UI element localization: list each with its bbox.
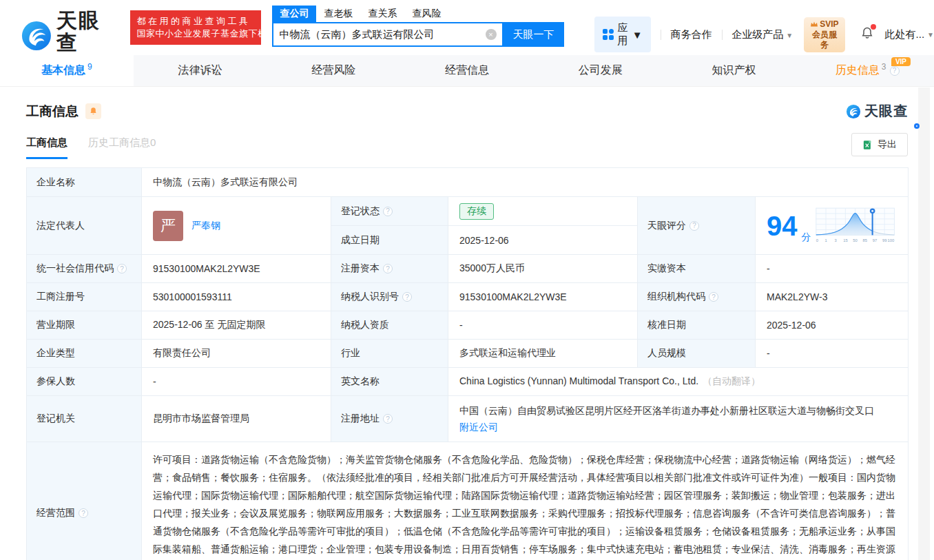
search-button[interactable]: 天眼一下 bbox=[504, 22, 564, 47]
table-row: 参保人数 - 英文名称 China Logistics (Yunnan) Mul… bbox=[27, 368, 909, 396]
monitor-bell-button[interactable] bbox=[85, 103, 101, 119]
svg-text:50: 50 bbox=[853, 238, 858, 242]
section-title: 工商信息 bbox=[26, 103, 79, 121]
field-label: 登记状态 bbox=[331, 197, 448, 226]
org-code-value: MAK2L2YW-3 bbox=[756, 283, 909, 311]
help-icon[interactable] bbox=[709, 292, 718, 302]
help-icon[interactable] bbox=[383, 264, 393, 273]
tab-intellectual-property[interactable]: 知识产权 bbox=[667, 55, 801, 86]
notification-bell-button[interactable] bbox=[860, 26, 874, 43]
apps-grid-icon bbox=[603, 29, 614, 40]
subtab-history-business-info[interactable]: 历史工商信息0 bbox=[88, 136, 156, 159]
tab-operating-info[interactable]: 经营信息 bbox=[400, 55, 534, 86]
tab-operating-risk[interactable]: 经营风险 bbox=[267, 55, 400, 86]
business-term-value: 2025-12-06 至 无固定期限 bbox=[142, 311, 331, 340]
paid-capital-value: - bbox=[756, 255, 909, 283]
table-row: 经营范围 许可项目：道路货物运输（不含危险货物）；海关监管货物仓储服务（不含危险… bbox=[27, 442, 909, 560]
field-label-text: 纳税人识别号 bbox=[341, 291, 399, 303]
field-label-text: 登记状态 bbox=[341, 205, 380, 218]
tab-history-info[interactable]: VIP 历史信息3 bbox=[800, 55, 934, 86]
field-label: 登记机关 bbox=[27, 396, 142, 442]
field-label-text: 组织机构代码 bbox=[647, 291, 705, 303]
taxpayer-id-value: 91530100MAK2L2YW3E bbox=[448, 283, 638, 311]
score-value: 94 bbox=[767, 212, 798, 240]
legal-rep-link[interactable]: 严奉钢 bbox=[191, 220, 220, 232]
field-label: 英文名称 bbox=[331, 368, 448, 396]
tianyancha-logo[interactable]: 天眼查 TianYanCha.com bbox=[21, 10, 122, 62]
field-label-text: 天眼评分 bbox=[647, 220, 686, 232]
svip-member-button[interactable]: SVIP 会员服务 bbox=[804, 17, 844, 52]
table-row: 法定代表人 严 严奉钢 登记状态 存续 天眼评分 94 分 bbox=[27, 197, 909, 226]
search-tab-boss[interactable]: 查老板 bbox=[316, 6, 360, 22]
nav-enterprise[interactable]: 企业级产品▼ bbox=[731, 28, 793, 41]
bell-icon bbox=[89, 107, 98, 116]
search-area: 查公司 查老板 查关系 查风险 天眼一下 bbox=[272, 6, 563, 47]
field-label: 注册地址 bbox=[331, 396, 448, 442]
help-icon[interactable] bbox=[117, 264, 127, 273]
table-row: 登记机关 昆明市市场监督管理局 注册地址 中国（云南）自由贸易试验区昆明片区经开… bbox=[27, 396, 909, 442]
field-label: 法定代表人 bbox=[27, 197, 142, 255]
insured-value: - bbox=[142, 368, 331, 396]
help-icon[interactable] bbox=[890, 66, 900, 76]
search-tab-risk[interactable]: 查风险 bbox=[404, 6, 448, 22]
help-icon[interactable] bbox=[402, 292, 412, 302]
company-name-value: 中物流（云南）多式联运有限公司 bbox=[142, 168, 909, 197]
search-tab-relation[interactable]: 查关系 bbox=[360, 6, 404, 22]
apps-menu[interactable]: 应用 ▼ bbox=[594, 17, 651, 52]
help-icon[interactable] bbox=[689, 221, 699, 231]
help-icon[interactable] bbox=[383, 207, 393, 216]
user-name: 此处有... bbox=[885, 28, 925, 41]
help-icon[interactable] bbox=[79, 508, 88, 518]
field-label: 企业名称 bbox=[27, 168, 142, 197]
promo-banner: 都在用的商业查询工具 国家中小企业发展子基金旗下机构 bbox=[130, 10, 261, 45]
field-label: 企业类型 bbox=[27, 340, 142, 368]
nearby-companies-link[interactable]: 附近公司 bbox=[459, 422, 498, 433]
score-cell: 94 分 bbox=[756, 197, 909, 255]
field-label: 工商注册号 bbox=[27, 283, 142, 311]
tab-label: 知识产权 bbox=[712, 63, 756, 78]
tab-count: 9 bbox=[87, 62, 92, 72]
english-name-value: China Logistics (Yunnan) Multimodal Tran… bbox=[459, 375, 698, 386]
svg-text:100: 100 bbox=[887, 238, 894, 242]
tab-basic-info[interactable]: 基本信息9 bbox=[0, 55, 134, 86]
watermark-text: 天眼查 bbox=[864, 102, 908, 121]
right-side-rail bbox=[918, 87, 930, 560]
svg-text:3: 3 bbox=[834, 238, 836, 242]
field-label: 注册资本 bbox=[331, 255, 448, 283]
field-label-text: 经营范围 bbox=[37, 507, 75, 519]
header: 天眼查 TianYanCha.com 都在用的商业查询工具 国家中小企业发展子基… bbox=[0, 0, 934, 55]
avatar[interactable]: 严 bbox=[153, 211, 183, 241]
tab-legal[interactable]: 法律诉讼 bbox=[134, 55, 267, 86]
chevron-down-icon: ▼ bbox=[927, 31, 934, 39]
field-label: 参保人数 bbox=[27, 368, 142, 396]
search-tab-company[interactable]: 查公司 bbox=[272, 6, 316, 22]
vip-badge: VIP bbox=[891, 57, 911, 66]
side-toolbar-dot-icon[interactable] bbox=[914, 123, 920, 129]
crown-icon bbox=[810, 21, 818, 28]
field-label: 经营范围 bbox=[27, 442, 142, 560]
clear-search-icon[interactable] bbox=[486, 29, 497, 40]
address-cell: 中国（云南）自由贸易试验区昆明片区经开区洛羊街道办事处小新册社区联运大道与物畅街… bbox=[448, 396, 909, 442]
tab-label: 经营风险 bbox=[311, 63, 355, 78]
status-badge: 存续 bbox=[459, 203, 494, 220]
industry-value: 多式联运和运输代理业 bbox=[448, 340, 638, 368]
field-label: 天眼评分 bbox=[638, 197, 756, 255]
field-label-text: 注册资本 bbox=[341, 262, 380, 275]
field-label: 成立日期 bbox=[331, 226, 448, 255]
tab-company-development[interactable]: 公司发展 bbox=[534, 55, 667, 86]
approval-date-value: 2025-12-06 bbox=[756, 311, 909, 340]
taxpayer-quality-value: - bbox=[448, 311, 638, 340]
svg-text:0: 0 bbox=[816, 238, 818, 242]
user-menu[interactable]: 此处有... ▼ bbox=[885, 28, 934, 41]
search-input[interactable] bbox=[279, 29, 485, 41]
subtab-business-info[interactable]: 工商信息 bbox=[26, 136, 68, 159]
reg-capital-value: 35000万人民币 bbox=[448, 255, 638, 283]
field-label: 统一社会信用代码 bbox=[27, 255, 142, 283]
export-button[interactable]: 导出 bbox=[851, 133, 908, 156]
tianyancha-watermark: 天眼查 bbox=[846, 102, 908, 121]
address-value: 中国（云南）自由贸易试验区昆明片区经开区洛羊街道办事处小新册社区联运大道与物畅街… bbox=[459, 402, 897, 419]
svg-text:99: 99 bbox=[882, 238, 886, 242]
nav-cooperation[interactable]: 商务合作 bbox=[671, 28, 712, 41]
reg-status-cell: 存续 bbox=[448, 197, 638, 226]
help-icon[interactable] bbox=[383, 414, 393, 424]
